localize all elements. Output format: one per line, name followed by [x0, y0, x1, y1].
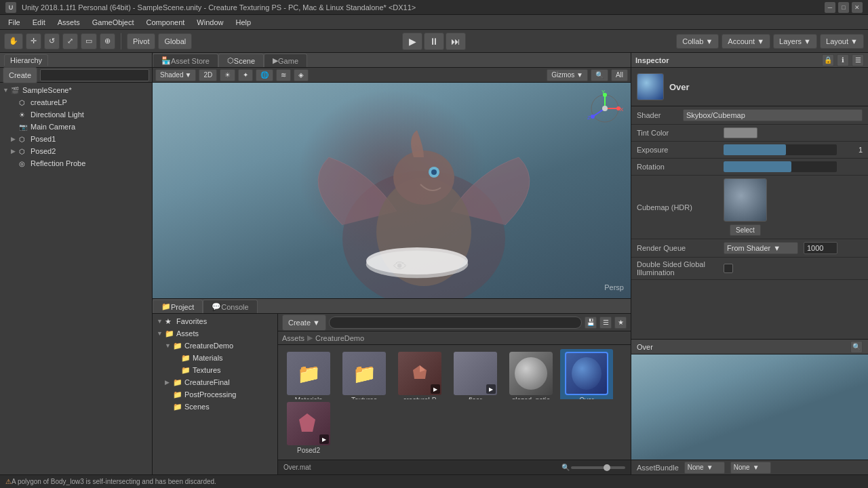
viewport-background: X Y Z Persp: [153, 83, 631, 298]
folder-icon: 📁: [297, 363, 321, 385]
tree-item[interactable]: ▼ 📁 Assets: [153, 327, 277, 340]
asset-posed2[interactable]: ▶ Posed2: [282, 399, 335, 457]
account-btn[interactable]: Account ▼: [722, 34, 770, 49]
asset-glazed-patio[interactable]: glazed_patio: [505, 349, 557, 399]
select-btn[interactable]: Select: [730, 224, 761, 236]
hierarchy-create-btn[interactable]: Create: [3, 67, 37, 83]
shading-mode-btn[interactable]: Shaded ▼: [155, 69, 196, 81]
rotation-label: Rotation: [637, 163, 718, 171]
asset-store-tab[interactable]: 🏪 Asset Store: [153, 54, 218, 67]
menu-icon[interactable]: ☰: [852, 54, 864, 66]
project-search[interactable]: [329, 317, 582, 329]
asset-over[interactable]: Over: [560, 349, 613, 399]
menu-edit[interactable]: Edit: [27, 17, 51, 28]
gizmos-btn[interactable]: Gizmos ▼: [547, 69, 588, 81]
tool-hand[interactable]: ✋: [4, 33, 23, 49]
tool-multi[interactable]: ⊕: [100, 33, 115, 49]
project-create-btn[interactable]: Create ▼: [282, 314, 326, 331]
render-queue-value[interactable]: 1000: [804, 242, 837, 254]
project-star-btn[interactable]: ★: [614, 317, 627, 329]
play-btn[interactable]: ▶: [402, 33, 422, 50]
size-slider-handle[interactable]: [604, 464, 610, 471]
asset-bundle-variant-dropdown[interactable]: None ▼: [730, 462, 771, 474]
color-swatch[interactable]: [724, 127, 757, 138]
menu-component[interactable]: Component: [140, 17, 190, 28]
step-btn[interactable]: ⏭: [446, 33, 466, 50]
scene-gizmo[interactable]: X Y Z: [585, 88, 625, 129]
shader-value-text: Skybox/Cubemap: [686, 111, 745, 119]
collab-btn[interactable]: Collab ▼: [676, 34, 719, 49]
menu-assets[interactable]: Assets: [52, 17, 85, 28]
game-tab[interactable]: ▶ Game: [264, 54, 307, 67]
fx-btn[interactable]: ✦: [238, 69, 253, 81]
tree-item[interactable]: ▼ 📁 CreatureDemo: [153, 340, 277, 352]
close-btn[interactable]: ✕: [852, 2, 863, 13]
hier-posed1[interactable]: ▶ ⬡ Posed1: [0, 133, 152, 145]
play-overlay: ▶: [486, 384, 496, 394]
hier-creaturelp[interactable]: ⬡ creatureLP: [0, 96, 152, 108]
hierarchy-search[interactable]: [40, 69, 149, 81]
asset-floor[interactable]: ▶ floor: [449, 349, 502, 399]
scene-viewport[interactable]: X Y Z Persp: [153, 83, 631, 298]
asset-materials[interactable]: 📁 Materials: [282, 349, 335, 399]
hier-scene[interactable]: ▼ 🎬 SampleScene*: [0, 84, 152, 96]
menu-gameobject[interactable]: GameObject: [87, 17, 140, 28]
menu-window[interactable]: Window: [191, 17, 229, 28]
all-layers-btn[interactable]: All: [611, 69, 628, 81]
project-save-btn[interactable]: 💾: [585, 317, 597, 329]
pivot-btn[interactable]: Pivot: [127, 33, 155, 49]
hierarchy-tab[interactable]: Hierarchy: [4, 54, 48, 66]
maximize-btn[interactable]: □: [838, 2, 849, 13]
view-2d-btn[interactable]: 2D: [199, 69, 217, 81]
bloom-btn[interactable]: ◈: [294, 69, 309, 81]
tree-item[interactable]: 📁 Scenes: [153, 401, 277, 413]
project-view-btn[interactable]: ☰: [599, 317, 612, 329]
tool-rect[interactable]: ▭: [81, 33, 97, 49]
tree-item[interactable]: ▼ ★ Favorites: [153, 315, 277, 327]
rotation-slider[interactable]: [724, 161, 837, 172]
info-icon[interactable]: ℹ: [837, 54, 849, 66]
breadcrumb-creaturedemo[interactable]: CreatureDemo: [315, 334, 364, 342]
asset-creaturelp[interactable]: ▶ creatureLP: [393, 349, 446, 399]
window-controls[interactable]: ─ □ ✕: [825, 2, 863, 13]
project-tab[interactable]: 📁 Project: [153, 300, 203, 313]
size-slider[interactable]: [571, 466, 625, 469]
render-queue-mode[interactable]: From Shader ▼: [724, 242, 798, 254]
lock-icon[interactable]: 🔒: [822, 54, 834, 66]
lighting-btn[interactable]: ☀: [220, 69, 235, 81]
hier-reflprobe[interactable]: ◎ Reflection Probe: [0, 157, 152, 169]
hier-camera[interactable]: 📷 Main Camera: [0, 121, 152, 133]
tree-item[interactable]: 📁 PostProcessing: [153, 388, 277, 401]
asset-thumb: ▶: [287, 402, 330, 445]
tool-scale[interactable]: ⤢: [62, 33, 78, 49]
asset-textures[interactable]: 📁 Textures: [338, 349, 391, 399]
shader-value[interactable]: Skybox/Cubemap: [683, 109, 863, 121]
hier-posed2[interactable]: ▶ ⬡ Posed2: [0, 145, 152, 157]
double-sided-checkbox[interactable]: [724, 264, 733, 273]
fog-btn[interactable]: ≋: [276, 69, 291, 81]
search-scene-btn[interactable]: 🔍: [591, 69, 608, 81]
console-tab[interactable]: 💬 Console: [203, 300, 257, 313]
global-btn[interactable]: Global: [158, 33, 192, 49]
menu-file[interactable]: File: [3, 17, 26, 28]
skybox-btn[interactable]: 🌐: [256, 69, 273, 81]
main-layout: Hierarchy Create ▼ 🎬 SampleScene* ⬡ crea…: [0, 53, 868, 474]
scene-tab[interactable]: ⬡ Scene: [218, 54, 264, 67]
tree-item[interactable]: 📁 Textures: [153, 364, 277, 376]
expand-icon: ▶: [11, 136, 19, 142]
breadcrumb-assets[interactable]: Assets: [282, 334, 304, 342]
tool-move[interactable]: ✛: [26, 33, 41, 49]
svg-point-7: [602, 106, 608, 111]
tree-item[interactable]: ▶ 📁 CreatureFinal: [153, 376, 277, 388]
layout-btn[interactable]: Layout ▼: [820, 34, 864, 49]
menu-help[interactable]: Help: [230, 17, 256, 28]
hier-dirlight[interactable]: ☀ Directional Light: [0, 108, 152, 121]
minimize-btn[interactable]: ─: [825, 2, 835, 13]
exposure-slider[interactable]: [724, 144, 837, 155]
tree-item[interactable]: 📁 Materials: [153, 352, 277, 364]
tool-rotate[interactable]: ↺: [44, 33, 60, 49]
preview-zoom-btn[interactable]: 🔍: [850, 341, 863, 353]
asset-bundle-dropdown[interactable]: None ▼: [684, 462, 725, 474]
layers-btn[interactable]: Layers ▼: [773, 34, 817, 49]
pause-btn[interactable]: ⏸: [424, 33, 444, 50]
